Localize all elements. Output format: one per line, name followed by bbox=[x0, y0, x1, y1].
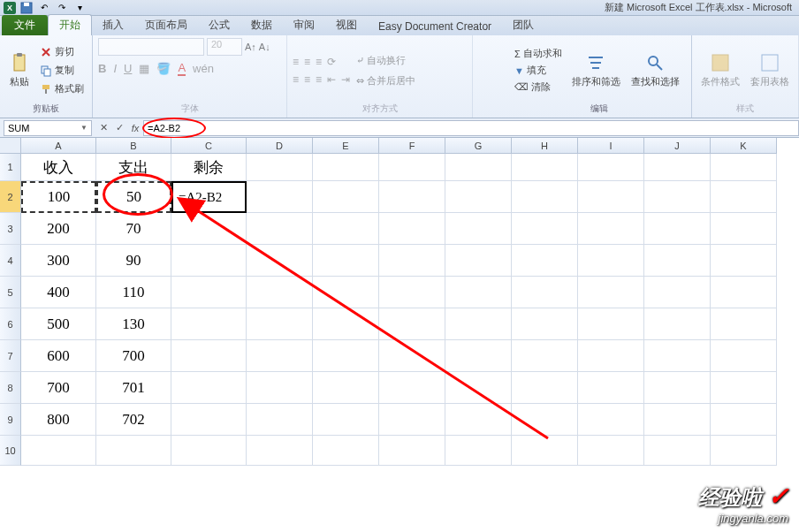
cell-E4[interactable] bbox=[313, 245, 379, 277]
col-header-J[interactable]: J bbox=[644, 138, 711, 154]
cell-G6[interactable] bbox=[445, 308, 512, 340]
cell-G8[interactable] bbox=[445, 372, 512, 404]
cell-A10[interactable] bbox=[21, 436, 96, 466]
cell-A1[interactable]: 收入 bbox=[21, 154, 96, 181]
autosum-button[interactable]: Σ自动求和 bbox=[512, 46, 565, 61]
cell-A2[interactable]: 100 bbox=[21, 181, 96, 213]
cell-B8[interactable]: 701 bbox=[96, 372, 171, 404]
cell-G9[interactable] bbox=[445, 404, 512, 436]
orientation-icon[interactable]: ⟳ bbox=[327, 56, 336, 68]
cell-F2[interactable] bbox=[379, 181, 445, 213]
save-icon[interactable] bbox=[19, 1, 34, 15]
italic-button[interactable]: I bbox=[113, 62, 117, 75]
row-header-10[interactable]: 10 bbox=[0, 436, 21, 466]
cell-C1[interactable]: 剩余 bbox=[171, 154, 247, 181]
cell-G7[interactable] bbox=[445, 340, 512, 372]
align-middle-icon[interactable]: ≡ bbox=[304, 56, 310, 68]
tab-edc[interactable]: Easy Document Creator bbox=[368, 18, 502, 35]
cell-D3[interactable] bbox=[247, 213, 313, 245]
formula-input[interactable]: =A2-B2 bbox=[143, 120, 799, 136]
cell-F6[interactable] bbox=[379, 308, 445, 340]
cell-F8[interactable] bbox=[379, 372, 445, 404]
cell-I7[interactable] bbox=[578, 340, 644, 372]
col-header-H[interactable]: H bbox=[512, 138, 578, 154]
row-header-9[interactable]: 9 bbox=[0, 404, 21, 436]
cell-B10[interactable] bbox=[96, 436, 171, 466]
cell-D1[interactable] bbox=[247, 154, 313, 181]
cell-C5[interactable] bbox=[171, 277, 247, 308]
name-box-dropdown-icon[interactable]: ▼ bbox=[80, 124, 88, 132]
col-header-K[interactable]: K bbox=[711, 138, 777, 154]
find-select-button[interactable]: 查找和选择 bbox=[628, 50, 683, 90]
align-center-icon[interactable]: ≡ bbox=[304, 73, 310, 86]
cell-D6[interactable] bbox=[247, 308, 313, 340]
cell-J5[interactable] bbox=[644, 277, 711, 308]
align-top-icon[interactable]: ≡ bbox=[293, 56, 299, 68]
cell-A7[interactable]: 600 bbox=[21, 340, 96, 372]
col-header-E[interactable]: E bbox=[313, 138, 379, 154]
cell-G3[interactable] bbox=[445, 213, 512, 245]
cell-B5[interactable]: 110 bbox=[96, 277, 171, 308]
cell-H4[interactable] bbox=[512, 245, 578, 277]
sort-filter-button[interactable]: 排序和筛选 bbox=[568, 50, 624, 90]
cell-K9[interactable] bbox=[711, 404, 777, 436]
cell-D2[interactable] bbox=[247, 181, 313, 213]
tab-insert[interactable]: 插入 bbox=[92, 15, 134, 35]
spreadsheet-grid[interactable]: ABCDEFGHIJK 12345678910 收入支出剩余10050=A2-B… bbox=[0, 138, 799, 532]
cell-F4[interactable] bbox=[379, 245, 445, 277]
font-name-select[interactable] bbox=[98, 38, 204, 56]
cell-A8[interactable]: 700 bbox=[21, 372, 96, 404]
tab-file[interactable]: 文件 bbox=[2, 15, 48, 35]
cell-H7[interactable] bbox=[512, 340, 578, 372]
tab-review[interactable]: 审阅 bbox=[283, 15, 325, 35]
row-header-3[interactable]: 3 bbox=[0, 213, 21, 245]
tab-data[interactable]: 数据 bbox=[240, 15, 283, 35]
cell-H3[interactable] bbox=[512, 213, 578, 245]
cell-K8[interactable] bbox=[711, 372, 777, 404]
cell-H10[interactable] bbox=[512, 436, 578, 466]
copy-button[interactable]: 复制 bbox=[37, 63, 87, 78]
cell-C4[interactable] bbox=[171, 245, 247, 277]
cell-H8[interactable] bbox=[512, 372, 578, 404]
cell-G5[interactable] bbox=[445, 277, 512, 308]
row-header-7[interactable]: 7 bbox=[0, 340, 21, 372]
cell-I6[interactable] bbox=[578, 308, 644, 340]
fx-icon[interactable]: fx bbox=[127, 123, 143, 133]
align-bottom-icon[interactable]: ≡ bbox=[316, 56, 322, 68]
cell-K6[interactable] bbox=[711, 308, 777, 340]
tab-home[interactable]: 开始 bbox=[48, 14, 92, 35]
undo-icon[interactable]: ↶ bbox=[37, 1, 51, 15]
cell-E9[interactable] bbox=[313, 404, 379, 436]
underline-button[interactable]: U bbox=[124, 62, 132, 75]
cell-G4[interactable] bbox=[445, 245, 512, 277]
cell-H2[interactable] bbox=[512, 181, 578, 213]
qat-more-icon[interactable]: ▾ bbox=[72, 1, 87, 15]
cell-J8[interactable] bbox=[644, 372, 711, 404]
cell-K3[interactable] bbox=[711, 213, 777, 245]
row-header-1[interactable]: 1 bbox=[0, 154, 21, 181]
cell-A5[interactable]: 400 bbox=[21, 277, 96, 308]
col-header-G[interactable]: G bbox=[445, 138, 512, 154]
paste-button[interactable]: 粘贴 bbox=[5, 50, 34, 90]
cut-button[interactable]: 剪切 bbox=[37, 44, 87, 59]
font-size-select[interactable]: 20 bbox=[207, 38, 242, 56]
cell-E10[interactable] bbox=[313, 436, 379, 466]
cell-A4[interactable]: 300 bbox=[21, 245, 96, 277]
redo-icon[interactable]: ↷ bbox=[55, 1, 69, 15]
font-color-button[interactable]: A bbox=[178, 61, 186, 76]
cell-K4[interactable] bbox=[711, 245, 777, 277]
align-left-icon[interactable]: ≡ bbox=[293, 73, 299, 86]
cell-I3[interactable] bbox=[578, 213, 644, 245]
cell-D8[interactable] bbox=[247, 372, 313, 404]
cell-K10[interactable] bbox=[711, 436, 777, 466]
row-header-4[interactable]: 4 bbox=[0, 245, 21, 277]
cell-A6[interactable]: 500 bbox=[21, 308, 96, 340]
cell-I10[interactable] bbox=[578, 436, 644, 466]
cell-C7[interactable] bbox=[171, 340, 247, 372]
tab-layout[interactable]: 页面布局 bbox=[134, 15, 198, 35]
tab-team[interactable]: 团队 bbox=[502, 15, 544, 35]
cell-C2[interactable]: =A2-B2 bbox=[171, 181, 247, 213]
cell-C9[interactable] bbox=[171, 404, 247, 436]
cell-F7[interactable] bbox=[379, 340, 445, 372]
cell-I9[interactable] bbox=[578, 404, 644, 436]
